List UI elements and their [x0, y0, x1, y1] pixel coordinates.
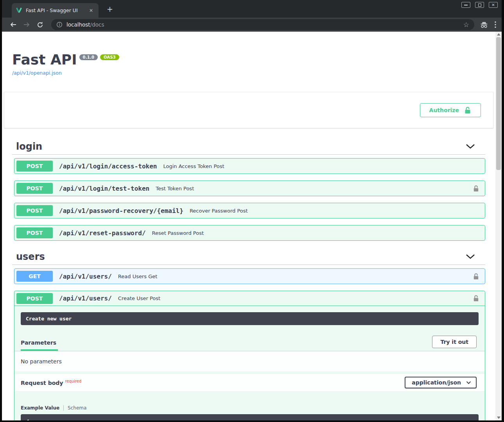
tab-parameters[interactable]: Parameters: [21, 335, 58, 351]
method-badge: POST: [16, 161, 53, 172]
url-host: localhost: [66, 21, 90, 28]
minimize-button[interactable]: [461, 2, 470, 8]
chevron-down-icon: [466, 254, 475, 259]
example-code-block: {: [21, 414, 479, 420]
unlocked-padlock-icon: [472, 295, 480, 302]
auth-lock-button[interactable]: [472, 185, 480, 192]
auth-lock-button[interactable]: [472, 273, 480, 280]
tab-close-icon[interactable]: ✕: [88, 7, 95, 14]
minimize-icon: [464, 5, 468, 5]
op-row-reset-password[interactable]: POST /api/v1/reset-password/ Reset Passw…: [14, 225, 485, 241]
op-path: /api/v1/login/access-token: [59, 163, 157, 170]
new-tab-button[interactable]: +: [104, 4, 115, 14]
close-button[interactable]: ✕: [489, 2, 498, 8]
browser-window: Fast API - Swagger UI ✕ + ✕: [0, 0, 504, 422]
info-icon: [56, 21, 63, 28]
request-body-label: Request body: [21, 380, 63, 386]
reload-icon: [37, 21, 43, 28]
op-summary: Login Access Token Post: [163, 163, 224, 169]
op-path: /api/v1/users/: [59, 295, 112, 302]
section-title: users: [16, 251, 45, 262]
version-badge: 0.1.0: [79, 54, 98, 60]
openapi-spec-link[interactable]: /api/v1/openapi.json: [12, 70, 62, 76]
op-row-create-user[interactable]: POST /api/v1/users/ Create User Post: [14, 291, 485, 306]
fastapi-favicon: [16, 7, 22, 13]
chevron-down-icon: [466, 144, 475, 149]
api-info: Fast API0.1.0OAS3 /api/v1/openapi.json: [12, 52, 485, 76]
op-summary: Reset Password Post: [152, 230, 204, 236]
scroll-down-arrow[interactable]: [495, 415, 502, 420]
op-summary: Create User Post: [118, 295, 160, 301]
method-badge: POST: [16, 205, 53, 216]
tab-example-value[interactable]: Example Value: [21, 405, 59, 411]
no-parameters-text: No parameters: [14, 351, 485, 371]
maximize-icon: [478, 4, 481, 7]
scrollbar-thumb[interactable]: [496, 37, 501, 170]
menu-dots-icon[interactable]: [495, 21, 496, 28]
forward-arrow-icon: [23, 21, 30, 28]
required-badge: required: [63, 379, 81, 383]
tag-section-users: users GET /api/v1/users/ Read Users Get: [12, 249, 485, 420]
incognito-icon: [480, 21, 488, 28]
unlocked-padlock-icon: [472, 273, 480, 280]
page-content: Fast API0.1.0OAS3 /api/v1/openapi.json A…: [2, 32, 495, 420]
bookmark-star-icon[interactable]: ☆: [463, 21, 469, 28]
scroll-up-arrow[interactable]: [495, 32, 502, 37]
op-row-password-recovery[interactable]: POST /api/v1/password-recovery/{email} R…: [14, 203, 485, 218]
unlocked-padlock-icon: [472, 185, 480, 192]
forward-button[interactable]: [22, 20, 32, 30]
op-path: /api/v1/password-recovery/{email}: [59, 207, 183, 215]
op-row-login-test-token[interactable]: POST /api/v1/login/test-token Test Token…: [14, 181, 485, 196]
op-row-read-users[interactable]: GET /api/v1/users/ Read Users Get: [14, 268, 485, 284]
parameters-header: Parameters Try it out: [14, 334, 485, 351]
authorize-button[interactable]: Authorize: [420, 103, 481, 117]
authorize-label: Authorize: [429, 107, 459, 113]
scheme-container: Authorize: [4, 92, 493, 128]
section-title: login: [16, 141, 42, 152]
auth-lock-button[interactable]: [472, 295, 480, 302]
browser-toolbar: localhost/docs ☆: [2, 18, 502, 32]
media-type-select[interactable]: application/json: [405, 377, 477, 388]
section-header-users[interactable]: users: [12, 249, 485, 265]
page-title: Fast API: [12, 52, 77, 68]
tag-section-login: login POST /api/v1/login/access-token Lo…: [12, 138, 485, 241]
back-arrow-icon: [10, 21, 17, 28]
back-button[interactable]: [8, 20, 18, 30]
browser-tab[interactable]: Fast API - Swagger UI ✕: [12, 3, 99, 18]
op-expanded-create-user: POST /api/v1/users/ Create User Post Cre…: [14, 291, 485, 420]
window-controls: ✕: [461, 2, 498, 8]
op-row-login-access-token[interactable]: POST /api/v1/login/access-token Login Ac…: [14, 158, 485, 174]
reload-button[interactable]: [35, 20, 45, 30]
op-path: /api/v1/users/: [59, 273, 112, 280]
op-path: /api/v1/login/test-token: [59, 185, 149, 192]
page-scrollbar[interactable]: [495, 32, 502, 420]
method-badge: POST: [16, 183, 53, 194]
op-summary: Test Token Post: [156, 186, 194, 191]
unlocked-padlock-icon: [464, 106, 472, 114]
operation-description: Create new user: [21, 312, 479, 325]
maximize-button[interactable]: [475, 2, 484, 8]
chevron-down-icon: [466, 381, 471, 384]
media-type-value: application/json: [412, 379, 461, 386]
method-badge: GET: [16, 271, 53, 282]
oas3-badge: OAS3: [100, 54, 119, 60]
address-bar[interactable]: localhost/docs ☆: [51, 19, 474, 30]
op-summary: Recover Password Post: [190, 208, 248, 214]
method-badge: POST: [16, 293, 53, 304]
request-body-section: Request bodyrequired application/json: [14, 374, 485, 391]
op-summary: Read Users Get: [118, 274, 158, 279]
tab-title: Fast API - Swagger UI: [26, 7, 88, 13]
op-path: /api/v1/reset-password/: [59, 229, 146, 237]
url-path: /docs: [90, 21, 104, 28]
try-it-out-button[interactable]: Try it out: [432, 336, 477, 348]
example-section: Example Value Schema {: [14, 391, 485, 420]
section-header-login[interactable]: login: [12, 138, 485, 155]
tab-strip: Fast API - Swagger UI ✕ + ✕: [2, 0, 502, 18]
tab-schema[interactable]: Schema: [68, 405, 86, 411]
tab-divider: [63, 405, 64, 411]
method-badge: POST: [16, 227, 53, 238]
